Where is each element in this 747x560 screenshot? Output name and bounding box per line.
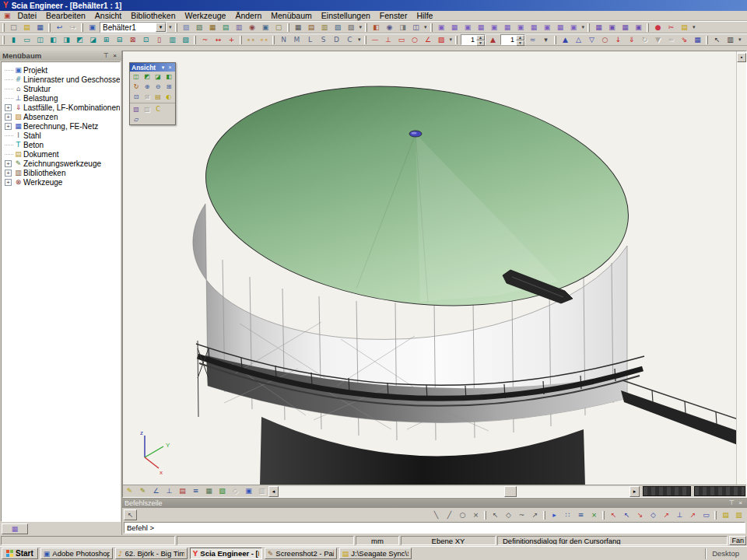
layer-up-icon[interactable]: ▲: [516, 35, 524, 40]
support-roller[interactable]: ▽: [585, 34, 598, 45]
snap-length[interactable]: ▭: [700, 509, 713, 520]
save-project[interactable]: ▦: [33, 22, 47, 33]
toolbar-grip[interactable]: [602, 511, 605, 520]
page-layout[interactable]: ▢: [272, 22, 286, 33]
view-z-direction[interactable]: ◪: [153, 72, 163, 82]
status-plane[interactable]: Ebene XY: [401, 536, 496, 545]
draw-circle[interactable]: ○: [409, 34, 422, 45]
toolbar-grip[interactable]: [484, 511, 486, 520]
viewport-vscrollbar[interactable]: ▪: [736, 51, 746, 485]
cursor-snap-flag[interactable]: ▸: [548, 509, 561, 520]
dimension-lines[interactable]: D: [330, 34, 343, 45]
new-project[interactable]: □: [7, 22, 20, 33]
viewport-hscrollbar[interactable]: [279, 486, 630, 497]
menu-item-menübaum[interactable]: Menübaum: [266, 11, 317, 20]
pin-icon[interactable]: ⊤: [728, 499, 736, 507]
tree-item[interactable]: +▦Berechnung, FE-Netz: [5, 121, 120, 131]
menu-item-fenster[interactable]: Fenster: [375, 11, 412, 20]
snap-polygon[interactable]: ◇: [502, 509, 515, 520]
toolbar-overflow-icon[interactable]: ▾: [448, 37, 454, 43]
support-hinged[interactable]: △: [572, 34, 585, 45]
snap-none[interactable]: ×: [469, 509, 482, 520]
new-beam[interactable]: ▭: [20, 34, 33, 45]
toolbar-grip[interactable]: [2, 36, 5, 44]
expand-icon[interactable]: +: [5, 160, 12, 167]
mdi-child-icon[interactable]: ▣: [2, 12, 13, 19]
perspective-view[interactable]: ▱: [131, 114, 142, 124]
new-plate[interactable]: ◫: [33, 34, 47, 45]
status-fan-button[interactable]: Fan: [729, 536, 746, 545]
check-structure-data[interactable]: ▧: [179, 34, 192, 45]
toolbar-grip[interactable]: [647, 23, 649, 32]
snap-percent[interactable]: ↗: [686, 509, 700, 520]
view-x-direction[interactable]: ◫: [131, 72, 142, 82]
toolbar-grip[interactable]: [714, 511, 717, 520]
section-view[interactable]: ≡: [189, 486, 202, 497]
activity-down-icon[interactable]: ▼: [476, 40, 485, 46]
tree-item[interactable]: #Linienraster und Geschosse: [5, 75, 120, 84]
clipboard-copy[interactable]: ◧: [370, 22, 383, 33]
export-document[interactable]: ▧: [331, 22, 345, 33]
zoom-selection[interactable]: ⊠: [142, 92, 153, 102]
snap-line[interactable]: ╲: [430, 509, 443, 520]
hscroll-thumb[interactable]: [504, 486, 517, 497]
snap-tangent[interactable]: ↗: [660, 509, 673, 520]
close-icon[interactable]: ×: [167, 64, 174, 71]
snap-point[interactable]: ↖: [489, 509, 502, 520]
select-by-filter[interactable]: ▥: [724, 34, 737, 45]
catalog-blocks[interactable]: ⊟: [113, 34, 126, 45]
title-bar[interactable]: Y Scia Engineer - [Behälter1 : 1]: [0, 0, 747, 11]
layer-filter[interactable]: ≈: [526, 34, 539, 45]
light-settings[interactable]: ◐: [163, 92, 174, 102]
window-layout-1[interactable]: ▣: [435, 22, 448, 33]
toolbar-grip[interactable]: [272, 36, 275, 44]
document[interactable]: ▣: [259, 22, 272, 33]
zoom-out[interactable]: ⊖: [153, 82, 163, 92]
toolbar-overflow-icon[interactable]: ▾: [356, 37, 363, 43]
zoom-in[interactable]: ⊕: [142, 82, 153, 92]
rotate-view[interactable]: ↻: [131, 82, 142, 92]
workspace-2[interactable]: ▣: [605, 22, 619, 33]
menu-item-werkzeuge[interactable]: Werkzeuge: [180, 11, 230, 20]
intersect-members[interactable]: ▥: [166, 34, 179, 45]
surface-load[interactable]: ▼: [651, 34, 665, 45]
toolbar-grip[interactable]: [175, 23, 177, 32]
internal-hinge[interactable]: ○: [598, 34, 612, 45]
mesh-refinement[interactable]: ▦: [691, 34, 704, 45]
menubaum-tab[interactable]: ▦: [2, 523, 28, 534]
render-wireframe[interactable]: ▦: [202, 486, 216, 497]
tree-item[interactable]: TBeton: [5, 140, 120, 149]
menu-item-ansicht[interactable]: Ansicht: [90, 11, 126, 20]
zoom-all[interactable]: ⊡: [131, 92, 142, 102]
divide-surface[interactable]: ⊡: [139, 34, 153, 45]
line-load[interactable]: ⇓: [625, 34, 638, 45]
toolbar-grip[interactable]: [287, 23, 289, 32]
toolbar-overflow-icon[interactable]: ▾: [423, 24, 429, 30]
snap-dot-grid[interactable]: ∷: [561, 509, 574, 520]
new-rib[interactable]: ◪: [86, 34, 100, 45]
activity-filter[interactable]: ▲: [486, 34, 500, 45]
free-bars[interactable]: ⊠: [126, 34, 139, 45]
toolbar-grip[interactable]: [48, 23, 51, 32]
toolbar-overflow-icon[interactable]: ▾: [580, 24, 587, 30]
select-by-mouse[interactable]: ↖: [710, 34, 724, 45]
tree-item[interactable]: ▣Projekt: [5, 65, 120, 75]
close-icon[interactable]: ×: [110, 52, 119, 60]
toolbar-overflow-icon[interactable]: ▾: [737, 37, 743, 43]
temperature-load[interactable]: ≈: [665, 34, 678, 45]
workspace-1[interactable]: ▦: [592, 22, 605, 33]
render-picture[interactable]: ◉: [246, 22, 259, 33]
window-layout-6[interactable]: ▦: [501, 22, 514, 33]
menu-item-hilfe[interactable]: Hilfe: [412, 11, 437, 20]
support-fixed[interactable]: ▲: [559, 34, 572, 45]
toolbar-grip[interactable]: [2, 23, 5, 32]
hscroll-left-icon[interactable]: ◂: [268, 486, 279, 497]
menu-item-datei[interactable]: Datei: [13, 11, 42, 20]
toolbar-grip[interactable]: [554, 36, 556, 44]
status-hint[interactable]: Definitionsdialog für den Cursorfang: [497, 536, 728, 545]
tree-item[interactable]: +⊗Werkzeuge: [5, 177, 120, 187]
window-layout-3[interactable]: ▣: [461, 22, 475, 33]
menu-item-ändern[interactable]: Ändern: [230, 11, 266, 20]
snap-clear[interactable]: ×: [587, 509, 601, 520]
expand-icon[interactable]: +: [5, 179, 12, 186]
